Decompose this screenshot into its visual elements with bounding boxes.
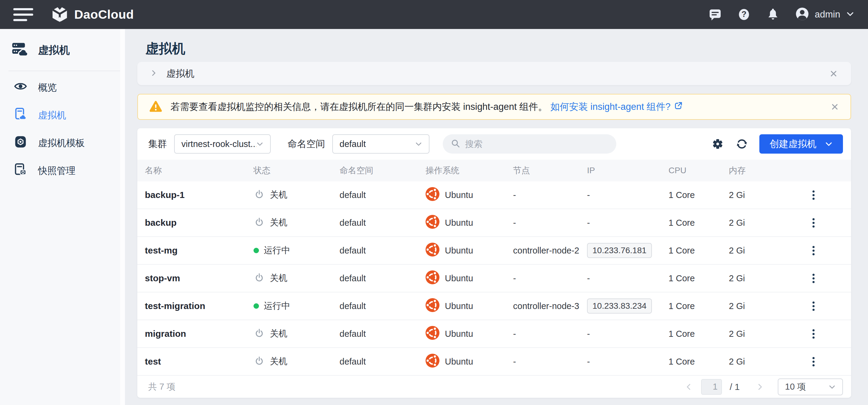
vm-status: 关机 [253, 272, 340, 285]
vm-memory: 2 Gi [729, 357, 791, 367]
power-off-icon [253, 272, 265, 285]
vm-node: controller-node-3 [513, 301, 587, 311]
sidebar-item-label: 快照管理 [38, 164, 75, 177]
search-box [443, 134, 616, 154]
table-row[interactable]: stop-vm 关机 default [137, 265, 851, 292]
vm-os-label: Ubuntu [445, 329, 473, 339]
sidebar-title: 虚拟机 [38, 43, 70, 57]
create-vm-button[interactable]: 创建虚拟机 [760, 134, 843, 154]
page-number-input[interactable] [701, 379, 722, 395]
ubuntu-icon [426, 187, 439, 203]
vm-cpu: 1 Core [669, 246, 729, 256]
vm-cpu: 1 Core [669, 218, 729, 228]
ip-empty: - [587, 273, 590, 283]
ubuntu-icon [426, 298, 439, 314]
ip-empty: - [587, 218, 590, 227]
sidebar-item-label: 虚拟机 [38, 109, 66, 122]
cluster-label: 集群 [148, 137, 167, 150]
vm-os: Ubuntu [426, 215, 513, 231]
table-row[interactable]: backup-1 关机 default [137, 181, 851, 209]
table-row[interactable]: migration 关机 default [137, 320, 851, 348]
vm-os-label: Ubuntu [445, 357, 473, 367]
running-dot-icon [253, 303, 259, 309]
vm-os-label: Ubuntu [445, 218, 473, 228]
create-vm-button-label: 创建虚拟机 [770, 137, 816, 150]
table-body: backup-1 关机 default [137, 181, 851, 376]
kebab-menu-icon[interactable] [808, 243, 819, 259]
kebab-menu-icon[interactable] [808, 271, 819, 286]
vm-memory: 2 Gi [729, 190, 791, 200]
column-header-namespace: 命名空间 [340, 165, 426, 176]
ip-empty: - [587, 190, 590, 200]
page-total: / 1 [730, 382, 740, 392]
vm-status: 关机 [253, 355, 340, 369]
chevron-down-icon [825, 140, 833, 148]
chat-icon[interactable] [708, 7, 722, 22]
vm-status: 运行中 [253, 244, 340, 256]
next-page-icon[interactable] [754, 383, 766, 391]
vm-name: test-mg [145, 245, 253, 256]
breadcrumb: 虚拟机 [137, 62, 851, 85]
table-footer: 共 7 项 / 1 10 项 [137, 376, 851, 398]
vm-node: - [513, 357, 587, 367]
table-row[interactable]: backup 关机 default [137, 209, 851, 237]
kebab-menu-icon[interactable] [808, 298, 819, 314]
breadcrumb-close-icon[interactable] [829, 69, 838, 79]
table-row[interactable]: test-migration 运行中 default [137, 292, 851, 320]
breadcrumb-item[interactable]: 虚拟机 [166, 67, 194, 80]
page-size-select[interactable]: 10 项 [778, 378, 843, 395]
vm-actions [791, 271, 851, 286]
total-count: 共 7 项 [148, 381, 175, 393]
cluster-select[interactable]: virtnest-rook-clust... [174, 134, 271, 154]
kebab-menu-icon[interactable] [808, 187, 819, 203]
filter-actions: 创建虚拟机 [711, 134, 843, 154]
ubuntu-icon [426, 243, 439, 259]
external-link-icon [674, 101, 683, 112]
sidebar-item-virtual-machines[interactable]: 虚拟机 [0, 101, 120, 129]
vm-namespace: default [340, 246, 426, 256]
vm-ip: 10.233.83.234 [587, 299, 669, 314]
menu-icon[interactable] [13, 8, 33, 21]
vm-ip: - [587, 357, 669, 367]
vm-os-label: Ubuntu [445, 246, 473, 256]
table-row[interactable]: test-mg 运行中 default [137, 237, 851, 265]
column-header-ip: IP [587, 166, 669, 175]
warning-triangle-icon [149, 99, 163, 114]
vm-name: test-migration [145, 301, 253, 311]
chevron-right-icon [150, 69, 157, 78]
vm-node: - [513, 329, 587, 339]
gear-icon[interactable] [711, 137, 724, 151]
vm-ip: - [587, 190, 669, 200]
refresh-icon[interactable] [735, 137, 748, 151]
vm-os: Ubuntu [426, 298, 513, 314]
ip-empty: - [587, 329, 590, 339]
kebab-menu-icon[interactable] [808, 215, 819, 231]
alert-link-text: 如何安装 insight-agent 组件? [551, 100, 671, 113]
chevron-down-icon [846, 9, 855, 20]
namespace-select[interactable]: default [332, 134, 430, 154]
alert-help-link[interactable]: 如何安装 insight-agent 组件? [551, 100, 683, 113]
user-menu[interactable]: admin [795, 7, 855, 22]
sidebar-item-overview[interactable]: 概览 [0, 74, 120, 101]
table-row[interactable]: test 关机 default [137, 348, 851, 376]
help-icon[interactable]: ? [737, 7, 751, 22]
chevron-down-icon [829, 383, 836, 391]
topbar-actions: ? [708, 7, 855, 22]
kebab-menu-icon[interactable] [808, 354, 819, 370]
kebab-menu-icon[interactable] [808, 326, 819, 342]
ubuntu-icon [426, 354, 439, 370]
bell-icon[interactable] [766, 7, 780, 22]
power-off-icon [253, 327, 265, 341]
sidebar-item-vm-templates[interactable]: 虚拟机模板 [0, 129, 120, 157]
chevron-down-icon [256, 140, 264, 148]
avatar-icon [795, 7, 809, 22]
ip-empty: - [587, 357, 590, 366]
sidebar-item-snapshots[interactable]: 快照管理 [0, 157, 120, 185]
alert-close-icon[interactable] [830, 102, 840, 112]
page-title: 虚拟机 [146, 40, 185, 58]
prev-page-icon[interactable] [682, 383, 695, 391]
vm-status: 关机 [253, 327, 340, 341]
search-input[interactable] [465, 139, 609, 149]
vm-os: Ubuntu [426, 326, 513, 342]
vm-os: Ubuntu [426, 187, 513, 203]
